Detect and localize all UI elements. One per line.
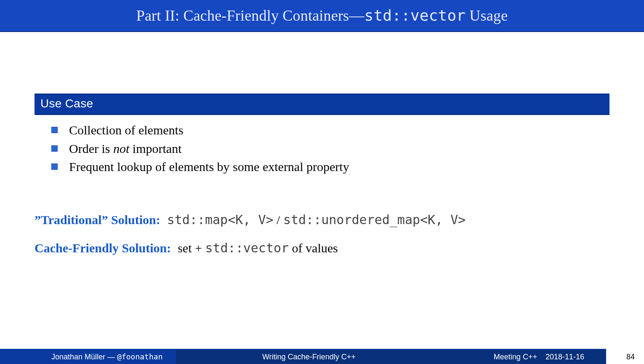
title-code: std::vector <box>365 7 466 24</box>
cache-friendly-solution-row: Cache-Friendly Solution: set + std::vect… <box>35 241 609 255</box>
footer-author-segment: Jonathan Müller — @foonathan <box>0 343 176 364</box>
content-area: Use Case Collection of elements Order is… <box>35 94 609 255</box>
cache-value: set + std::vector of values <box>178 241 338 255</box>
footer-handle: @foonathan <box>117 352 162 361</box>
bullet-text-post: important <box>129 142 181 155</box>
bullet-text: Order is <box>69 142 113 155</box>
title-suffix: Usage <box>466 7 508 24</box>
footer-venue: Meeting C++ <box>494 353 537 361</box>
list-item: Frequent lookup of elements by some exte… <box>51 158 605 176</box>
footer-venue-segment: Meeting C++ 2018-11-16 <box>442 344 606 364</box>
list-item: Collection of elements <box>51 121 605 139</box>
traditional-value: std::map<K, V> / std::unordered_map<K, V… <box>167 212 466 227</box>
code-text: std::vector <box>205 241 289 255</box>
bullet-text: Collection of elements <box>69 123 184 137</box>
traditional-solution-row: ”Traditional” Solution: std::map<K, V> /… <box>35 212 609 227</box>
list-item: Order is not important <box>51 139 605 158</box>
slide-title-bar: Part II: Cache-Friendly Containers—std::… <box>0 0 644 32</box>
bullet-list: Collection of elements Order is not impo… <box>51 121 605 176</box>
footer-author: Jonathan Müller — <box>51 353 117 361</box>
cache-pre: set + <box>178 241 205 255</box>
slide: Part II: Cache-Friendly Containers—std::… <box>0 0 644 364</box>
use-case-block: Use Case Collection of elements Order is… <box>35 94 609 185</box>
code-text: std::map<K, V> <box>167 212 274 227</box>
cache-label: Cache-Friendly Solution: <box>35 241 171 255</box>
block-body: Collection of elements Order is not impo… <box>35 115 609 185</box>
slide-title: Part II: Cache-Friendly Containers—std::… <box>136 7 508 24</box>
footer-talk-title: Writing Cache-Friendly C++ <box>176 353 442 361</box>
traditional-label: ”Traditional” Solution: <box>35 213 160 227</box>
bullet-em: not <box>113 142 129 155</box>
separator: / <box>274 213 283 227</box>
footer-date: 2018-11-16 <box>546 353 584 361</box>
code-text: std::unordered_map<K, V> <box>283 212 466 227</box>
title-prefix: Part II: Cache-Friendly Containers— <box>136 7 365 24</box>
block-title: Use Case <box>35 94 609 115</box>
bullet-text: Frequent lookup of elements by some exte… <box>69 160 349 174</box>
cache-post: of values <box>289 241 338 255</box>
page-number: 84 <box>626 353 635 361</box>
footer-bar: Jonathan Müller — @foonathan Writing Cac… <box>0 349 606 364</box>
